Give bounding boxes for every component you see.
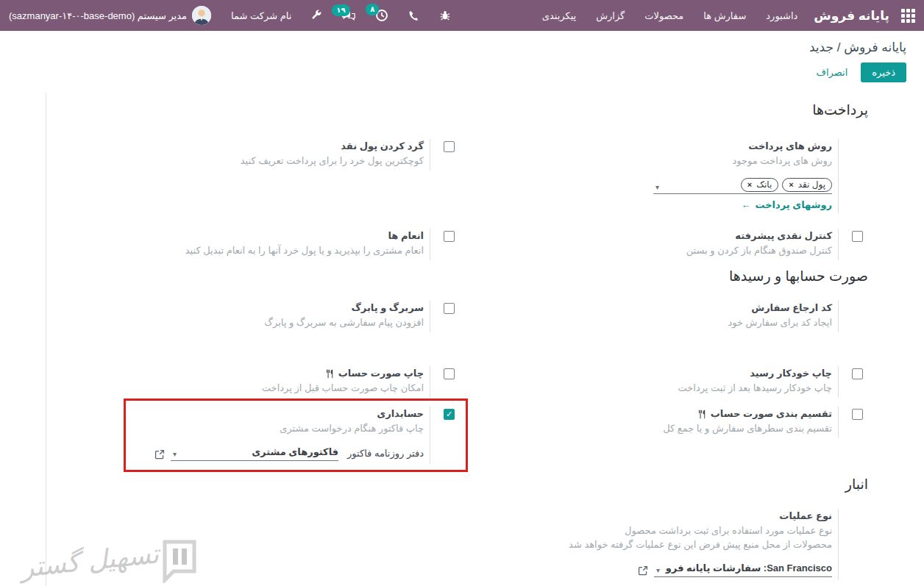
setting-title: روش های پرداخت (748, 139, 832, 154)
setting-desc: انعام مشتری را بپذیرید و یا پول خرد آنها… (51, 243, 424, 257)
setting-desc: کنترل صندوق هنگام باز کردن و بستن (460, 243, 832, 257)
messages-badge: ۱۹ (332, 4, 349, 16)
sheet-left-edge (46, 93, 46, 586)
section-bills-receipts: صورت حسابها و رسیدها (51, 268, 868, 285)
user-menu[interactable]: مدیر سیستم (sazmanyar-۱۴-۰-base-demo) (9, 6, 211, 25)
auto-receipt-checkbox[interactable]: ✓ (852, 368, 863, 379)
accounting-checkbox[interactable]: ✓ (444, 409, 455, 420)
operation-type-select[interactable]: San Francisco: سفارشات پایانه فرو ▾ (654, 562, 832, 577)
systray: ۸ ۱۹ نام شرکت شما مدیر سیستم (sazmanyar-… (9, 6, 461, 25)
company-switcher[interactable]: نام شرکت شما (231, 10, 291, 21)
operation-type-value: San Francisco: سفارشات پایانه فرو (662, 562, 832, 575)
nav-configuration[interactable]: پیکربندی (542, 10, 576, 21)
payment-methods-link[interactable]: ←روشهای پرداخت (460, 199, 832, 210)
setting-desc: افزودن پیام سفارشی به سربرگ و پابرگ (51, 315, 424, 329)
main-navbar: پایانه فروش داشبورد سفارش ها محصولات گزا… (0, 0, 924, 31)
invoice-journal-select[interactable]: فاکتورهای مشتری ▾ (171, 446, 338, 461)
user-name: مدیر سیستم (sazmanyar-۱۴-۰-base-demo) (9, 10, 187, 21)
tag-label: پول نقد (798, 179, 825, 191)
user-avatar (192, 6, 211, 25)
control-panel-buttons: ذخیره انصراف (18, 62, 906, 82)
setting-title: حسابداری (377, 407, 424, 421)
apps-menu-icon[interactable] (901, 9, 915, 23)
bug-icon[interactable] (439, 10, 451, 21)
tag-label: بانک (756, 179, 772, 191)
setting-title: انعام ها (388, 229, 424, 243)
setting-title: چاپ خودکار رسید (750, 366, 832, 381)
external-link-icon[interactable] (154, 449, 165, 461)
nav-products[interactable]: محصولات (644, 10, 683, 21)
setting-auto-receipt-print: ✓ چاپ خودکار رسید چاپ خودکار رسیدها بعد … (460, 366, 868, 398)
dropdown-caret-icon[interactable]: ▾ (654, 566, 662, 575)
advanced-cash-checkbox[interactable]: ✓ (852, 231, 863, 242)
setting-title: کد ارجاع سفارش (751, 301, 832, 315)
phone-icon[interactable] (408, 10, 420, 22)
tag-bank: بانک × (741, 178, 779, 192)
activities-badge: ۸ (366, 4, 379, 15)
setting-tips: ✓ انعام ها انعام مشتری را بپذیرید و یا پ… (51, 229, 460, 260)
setting-operation-type: نوع عملیات نوع عملیات مورد استفاده برای … (460, 509, 868, 580)
setting-title: چاپ صورت حساب (338, 366, 424, 381)
setting-bill-splitting: ✓ تقسیم بندی صورت حساب تقسیم بندی سطرهای… (460, 407, 868, 438)
section-payments: پرداخت‌ها (51, 101, 868, 118)
setting-title: گرد کردن پول نقد (341, 139, 424, 154)
save-button[interactable]: ذخیره (861, 62, 906, 82)
setting-desc-line2: محصولات از محل منبع پیش فرض این نوع عملی… (460, 537, 832, 551)
nav-reporting[interactable]: گزارش (596, 10, 625, 21)
setting-desc: ایجاد کد برای سفارش خود (460, 315, 832, 329)
bill-printing-checkbox[interactable]: ✓ (444, 368, 455, 379)
app-brand[interactable]: پایانه فروش (814, 8, 889, 24)
activities-icon[interactable]: ۸ (375, 9, 388, 22)
setting-title: سربرگ و پابرگ (352, 301, 424, 315)
dropdown-caret-icon[interactable]: ▾ (653, 183, 661, 192)
restaurant-icon (697, 410, 707, 419)
dropdown-caret-icon[interactable]: ▾ (171, 450, 179, 459)
setting-title: تقسیم بندی صورت حساب (711, 407, 832, 421)
invoice-journal-value: فاکتورهای مشتری (179, 446, 338, 459)
setting-desc: روش های پرداخت موجود (460, 154, 832, 168)
vendor-watermark: تسهیل گستر (18, 537, 200, 583)
external-link-icon[interactable] (638, 565, 648, 577)
setting-desc: چاپ فاکتور هنگام درخواست مشتری (132, 421, 424, 435)
setting-title: کنترل نقدی پیشرفته (735, 229, 832, 243)
setting-bill-printing: ✓ چاپ صورت حساب امکان چاپ صورت حساب قبل … (51, 366, 460, 398)
setting-desc: چاپ خودکار رسیدها بعد از ثبت پرداخت (460, 381, 832, 395)
tag-remove-icon[interactable]: × (789, 179, 793, 191)
vendor-logo-icon (159, 537, 200, 583)
payment-methods-tags-field[interactable]: پول نقد × بانک × ▾ (653, 178, 832, 194)
messages-icon[interactable]: ۱۹ (341, 10, 356, 22)
link-label: روشهای پرداخت (755, 199, 832, 210)
debug-wrench-icon[interactable] (310, 10, 322, 21)
invoice-journal-field-row: دفتر روزنامه فاکتور فاکتورهای مشتری ▾ (132, 446, 424, 461)
tips-checkbox[interactable]: ✓ (444, 231, 455, 242)
discard-button[interactable]: انصراف (808, 62, 857, 82)
setting-cash-rounding: ✓ گرد کردن پول نقد کوچکترین پول خرد را ب… (51, 139, 460, 171)
navbar-right-group: پایانه فروش داشبورد سفارش ها محصولات گزا… (522, 8, 915, 24)
setting-desc: کوچکترین پول خرد را برای پرداخت تعریف کن… (51, 154, 424, 168)
tag-remove-icon[interactable]: × (747, 179, 752, 191)
nav-orders[interactable]: سفارش ها (703, 10, 746, 21)
nav-dashboard[interactable]: داشبورد (766, 10, 797, 21)
vendor-logo-text: تسهیل گستر (19, 538, 160, 582)
operation-type-field-row: San Francisco: سفارشات پایانه فرو ▾ (460, 562, 832, 577)
bill-splitting-checkbox[interactable]: ✓ (852, 409, 863, 420)
setting-desc: امکان چاپ صورت حساب قبل از پرداخت (51, 381, 424, 395)
tag-cash: پول نقد × (782, 178, 832, 192)
setting-accounting-highlighted: ✓ حسابداری چاپ فاکتور هنگام درخواست مشتر… (132, 407, 460, 464)
control-panel: پایانه فروش / جدید ذخیره انصراف (0, 31, 924, 93)
pos-settings-page: پایانه فروش داشبورد سفارش ها محصولات گزا… (0, 0, 924, 586)
setting-desc-line1: نوع عملیات مورد استفاده برای ثبت برداشت … (460, 524, 832, 537)
cash-rounding-checkbox[interactable]: ✓ (444, 141, 455, 152)
header-footer-checkbox[interactable]: ✓ (444, 303, 455, 314)
setting-payment-methods: روش های پرداخت روش های پرداخت موجود پول … (460, 139, 868, 213)
arrow-left-icon: ← (741, 199, 750, 210)
setting-advanced-cash-control: ✓ کنترل نقدی پیشرفته کنترل صندوق هنگام ب… (460, 229, 868, 260)
setting-desc: تقسیم بندی سطرهای سفارش و یا جمع کل (460, 421, 832, 435)
breadcrumb[interactable]: پایانه فروش / جدید (18, 40, 906, 55)
settings-sheet: پرداخت‌ها روش های پرداخت روش های پرداخت … (0, 93, 924, 586)
restaurant-icon (325, 369, 335, 379)
setting-header-footer: ✓ سربرگ و پابرگ افزودن پیام سفارشی به سر… (51, 301, 460, 332)
invoice-journal-label: دفتر روزنامه فاکتور (347, 446, 424, 461)
setting-title: نوع عملیات (779, 509, 832, 524)
check-icon: ✓ (446, 410, 452, 418)
